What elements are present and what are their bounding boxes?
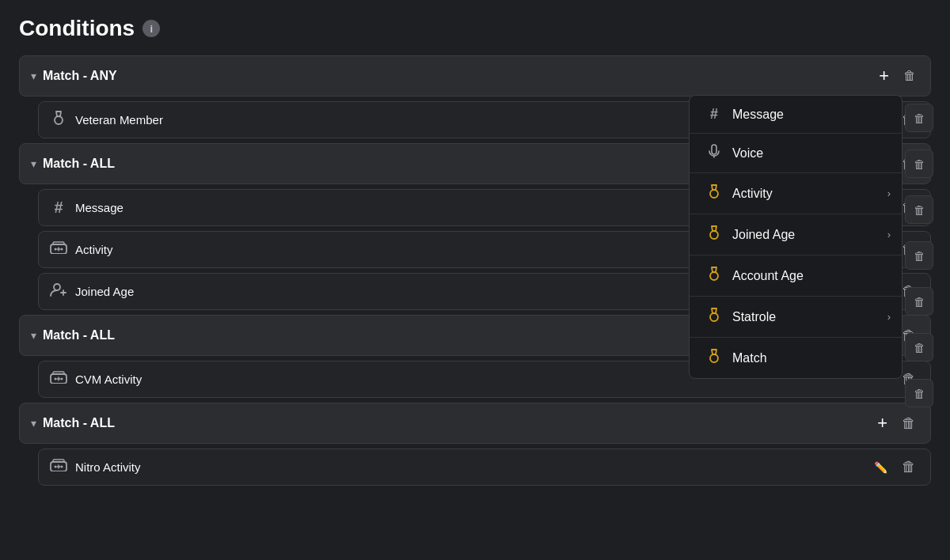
trash-col-message-button[interactable]: 🗑 [905,104,933,132]
svg-point-4 [54,284,60,290]
message-icon: # [50,199,67,217]
dropdown-item-account-age[interactable]: Account Age [690,255,902,296]
svg-point-6 [55,378,57,380]
dropdown-item-joined-age[interactable]: Joined Age › [690,214,902,255]
trash-col-item-account-age: 🗑 [902,278,936,324]
dropdown-voice-label: Voice [732,146,763,161]
dropdown-joined-age-arrow: › [887,229,891,240]
main-container: Conditions i ▾ Match - ANY + 🗑 Veteran M… [0,0,950,501]
info-icon[interactable]: i [142,20,160,37]
dropdown-match-award-icon [705,348,723,368]
top-match-any-row[interactable]: ▾ Match - ANY + 🗑 [19,55,931,96]
svg-point-13 [710,231,718,239]
dropdown-item-activity[interactable]: Activity › [690,172,902,214]
dropdown-item-match[interactable]: Match [690,337,902,378]
svg-point-0 [55,116,63,124]
dropdown-joined-age-label: Joined Age [732,228,795,242]
nitro-activity-row: Nitro Activity ✏️ 🗑 [38,448,931,486]
dropdown-account-age-label: Account Age [732,269,804,283]
dropdown-item-voice[interactable]: Voice [690,133,902,172]
page-title: Conditions [19,16,135,41]
nitro-activity-delete-button[interactable]: 🗑 [899,457,919,477]
dropdown-activity-award-icon [705,184,723,203]
nested-group-3: ▾ Match - ALL + 🗑 [19,403,931,486]
trash-col-voice-button[interactable]: 🗑 [905,149,933,178]
dropdown-voice-icon [705,144,723,162]
dropdown-message-label: Message [732,108,784,122]
top-add-button[interactable]: + [876,64,892,88]
dropdown-joined-age-award-icon [705,225,723,244]
dropdown-statrole-award-icon [705,307,723,327]
dropdown-activity-label: Activity [732,187,773,201]
page-title-row: Conditions i [19,16,931,41]
trash-col-item-statrole: 🗑 [902,324,936,370]
match-all-1-label: Match - ALL [43,157,115,171]
dropdown-item-statrole[interactable]: Statrole › [690,296,902,337]
trash-col-statrole-button[interactable]: 🗑 [905,333,933,361]
trash-col-activity-button[interactable]: 🗑 [905,195,933,224]
veteran-member-icon [50,110,67,130]
svg-point-10 [61,466,63,468]
chevron-icon-2: ▾ [31,329,36,342]
dropdown-menu: # Message Voice Activity [689,95,902,379]
dropdown-statrole-arrow: › [887,311,891,323]
nitro-activity-icon [50,459,67,475]
dropdown-activity-arrow: › [887,187,891,199]
activity-icon [50,241,67,258]
trash-col-item-message: 🗑 [902,95,936,141]
right-trash-column: 🗑 🗑 🗑 🗑 🗑 🗑 🗑 [902,95,936,416]
trash-col-item-joined-age: 🗑 [902,233,936,278]
svg-point-9 [55,466,57,468]
dropdown-message-icon: # [705,106,723,123]
joined-age-icon [50,282,67,301]
dropdown-statrole-label: Statrole [732,310,776,324]
top-group-actions: + 🗑 [876,64,919,88]
trash-col-item-match: 🗑 [902,370,936,416]
svg-point-7 [61,378,63,380]
match-all-3-add-button[interactable]: + [874,411,891,435]
chevron-icon-1: ▾ [31,157,36,170]
nitro-activity-label: Nitro Activity [75,460,863,474]
svg-point-16 [710,354,718,362]
dropdown-match-label: Match [732,351,767,365]
trash-col-account-age-button[interactable]: 🗑 [905,287,933,316]
svg-point-12 [710,190,718,198]
match-all-3-delete-button[interactable]: 🗑 [899,414,919,433]
match-all-3-label: Match - ALL [43,416,115,430]
svg-point-14 [710,272,718,280]
svg-point-2 [55,248,57,251]
dropdown-item-message[interactable]: # Message [690,96,902,133]
chevron-icon: ▾ [31,70,36,82]
svg-point-15 [710,313,718,321]
trash-col-joined-age-button[interactable]: 🗑 [905,241,933,270]
top-group-label: Match - ANY [43,69,117,83]
cvm-activity-icon [50,371,67,388]
trash-col-match-button[interactable]: 🗑 [905,379,933,407]
nitro-activity-edit-button[interactable]: ✏️ [871,460,891,475]
match-all-3-row[interactable]: ▾ Match - ALL + 🗑 [19,403,931,444]
trash-col-item-voice: 🗑 [902,141,936,187]
svg-point-3 [61,248,63,251]
match-all-2-label: Match - ALL [43,328,115,342]
top-delete-button[interactable]: 🗑 [900,67,919,85]
dropdown-account-age-award-icon [705,266,723,286]
chevron-icon-3: ▾ [31,417,36,429]
trash-col-item-activity: 🗑 [902,187,936,233]
